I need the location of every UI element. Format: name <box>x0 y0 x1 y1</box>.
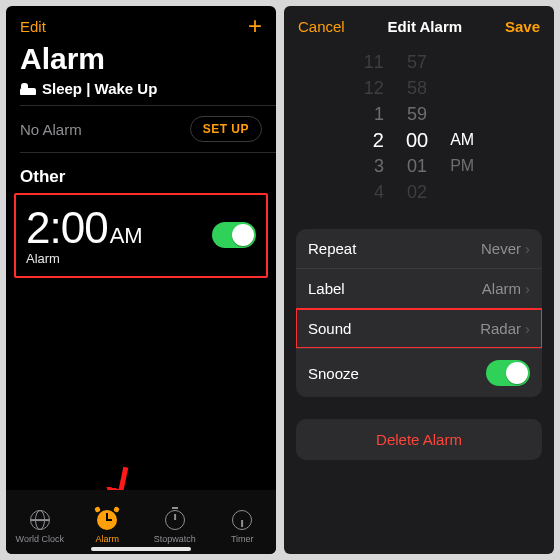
globe-icon <box>30 510 50 530</box>
home-indicator[interactable] <box>91 547 191 551</box>
other-section-header: Other <box>6 153 276 193</box>
picker-row: PM <box>450 155 474 177</box>
nav-bar: Edit + <box>6 6 276 36</box>
timer-icon <box>232 510 252 530</box>
label-row[interactable]: Label Alarm› <box>296 268 542 308</box>
delete-alarm-button[interactable]: Delete Alarm <box>296 419 542 460</box>
alarm-cell[interactable]: 2:00AM Alarm <box>14 193 268 278</box>
picker-row: 3 <box>374 155 384 177</box>
edit-alarm-screen: Cancel Edit Alarm Save 11 12 1 2 3 4 57 … <box>284 6 554 554</box>
alarm-time: 2:00AM <box>26 203 143 253</box>
edit-button[interactable]: Edit <box>20 18 46 35</box>
picker-row: 01 <box>407 155 427 177</box>
row-label: Sound <box>308 320 351 337</box>
page-title: Alarm <box>6 36 276 78</box>
picker-row: 11 <box>364 51 384 73</box>
tab-world-clock[interactable]: World Clock <box>6 490 74 554</box>
picker-row-selected: 2 <box>373 129 384 151</box>
sleep-wake-row: No Alarm SET UP <box>6 106 276 152</box>
chevron-right-icon: › <box>525 240 530 257</box>
tab-label: Alarm <box>95 534 119 544</box>
tab-label: World Clock <box>16 534 64 544</box>
snooze-row: Snooze <box>296 348 542 397</box>
row-value: Radar <box>480 320 521 337</box>
chevron-right-icon: › <box>525 320 530 337</box>
picker-row: 59 <box>407 103 427 125</box>
tab-alarm[interactable]: Alarm <box>74 490 142 554</box>
nav-bar: Cancel Edit Alarm Save <box>284 6 554 39</box>
tab-timer[interactable]: Timer <box>209 490 277 554</box>
picker-minutes[interactable]: 57 58 59 00 01 02 <box>406 51 428 203</box>
tab-stopwatch[interactable]: Stopwatch <box>141 490 209 554</box>
picker-row: 02 <box>407 181 427 203</box>
setup-button[interactable]: SET UP <box>190 116 262 142</box>
picker-row: 58 <box>407 77 427 99</box>
chevron-right-icon: › <box>525 280 530 297</box>
alarm-toggle[interactable] <box>212 222 256 248</box>
row-value: Never <box>481 240 521 257</box>
row-label: Label <box>308 280 345 297</box>
picker-row-selected: 00 <box>406 129 428 151</box>
repeat-row[interactable]: Repeat Never› <box>296 229 542 268</box>
alarm-time-ampm: AM <box>110 223 143 248</box>
row-label: Repeat <box>308 240 356 257</box>
alarm-time-value: 2:00 <box>26 203 108 252</box>
stopwatch-icon <box>165 510 185 530</box>
sleep-wake-header: Sleep | Wake Up <box>6 78 276 105</box>
picker-row-selected: AM <box>450 129 474 151</box>
picker-row: 4 <box>374 181 384 203</box>
snooze-toggle[interactable] <box>486 360 530 386</box>
alarm-clock-icon <box>97 510 117 530</box>
time-picker[interactable]: 11 12 1 2 3 4 57 58 59 00 01 02 AM PM <box>284 39 554 211</box>
picker-row: 12 <box>364 77 384 99</box>
tab-label: Timer <box>231 534 254 544</box>
save-button[interactable]: Save <box>505 18 540 35</box>
picker-ampm[interactable]: AM PM <box>450 51 474 203</box>
sound-row[interactable]: Sound Radar› <box>296 308 542 348</box>
add-alarm-button[interactable]: + <box>248 16 262 36</box>
page-title: Edit Alarm <box>388 18 462 35</box>
row-label: Snooze <box>308 365 359 382</box>
tab-bar: World Clock Alarm Stopwatch Timer <box>6 490 276 554</box>
no-alarm-text: No Alarm <box>20 121 82 138</box>
bed-icon <box>20 83 36 95</box>
alarm-label: Alarm <box>26 251 143 266</box>
alarm-settings-list: Repeat Never› Label Alarm› Sound Radar› … <box>296 229 542 397</box>
picker-row: 1 <box>374 103 384 125</box>
picker-hours[interactable]: 11 12 1 2 3 4 <box>364 51 384 203</box>
sleep-wake-label: Sleep | Wake Up <box>42 80 157 97</box>
cancel-button[interactable]: Cancel <box>298 18 345 35</box>
row-value: Alarm <box>482 280 521 297</box>
tab-label: Stopwatch <box>154 534 196 544</box>
picker-row: 57 <box>407 51 427 73</box>
alarm-list-screen: Edit + Alarm Sleep | Wake Up No Alarm SE… <box>6 6 276 554</box>
